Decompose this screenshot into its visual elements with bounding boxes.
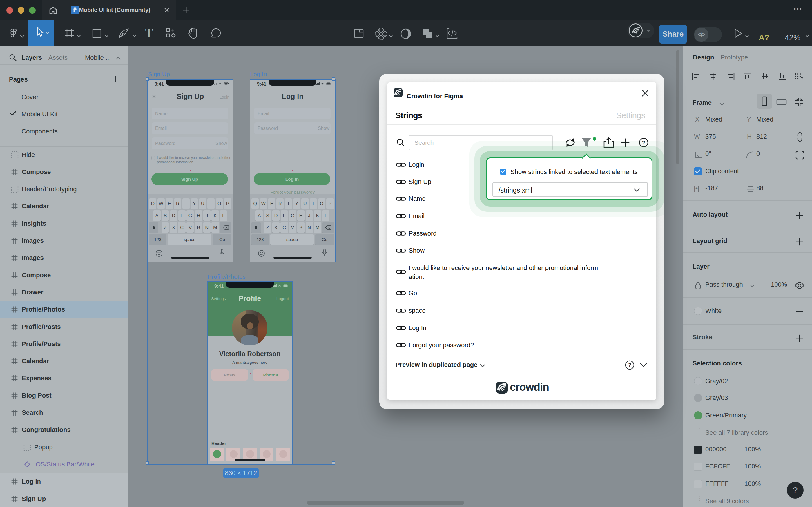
svg-text:?: ? [642, 139, 645, 146]
svg-text:?: ? [628, 362, 632, 368]
